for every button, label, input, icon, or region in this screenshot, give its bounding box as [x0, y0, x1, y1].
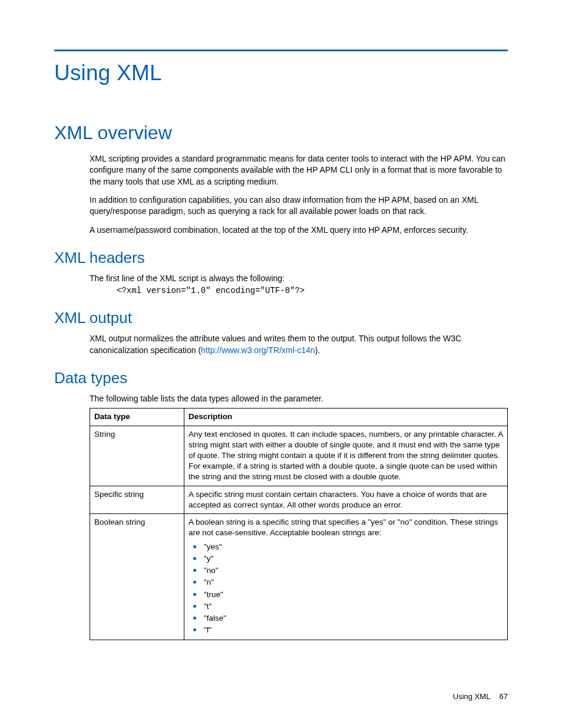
output-link[interactable]: http://www.w3.org/TR/xml-c14n — [201, 345, 315, 355]
cell-desc-p1: A boolean string is a specific string th… — [189, 517, 503, 538]
cell-type: Specific string — [90, 486, 184, 513]
overview-p3: A username/password combination, located… — [90, 225, 508, 236]
headers-code: <?xml version="1.0" encoding="UTF-8"?> — [117, 285, 508, 296]
footer-label: Using XML — [453, 692, 490, 701]
section-overview-heading: XML overview — [54, 122, 508, 144]
section-datatypes-heading: Data types — [54, 369, 508, 387]
section-output-heading: XML output — [54, 309, 508, 327]
list-item: "true" — [189, 589, 503, 601]
col-header-description: Description — [184, 409, 508, 426]
overview-p1: XML scripting provides a standard progra… — [90, 153, 508, 187]
list-item: "yes" — [189, 541, 503, 553]
overview-p2: In addition to configuration capabilitie… — [90, 195, 508, 218]
boolean-bullet-list: "yes" "y" "no" "n" "true" "t" "false" "f… — [189, 541, 503, 637]
list-item: "false" — [189, 612, 503, 624]
table-row: String Any text enclosed in quotes. It c… — [90, 426, 508, 486]
cell-type: Boolean string — [90, 514, 184, 640]
section-headers-heading: XML headers — [54, 249, 508, 267]
cell-type: String — [90, 426, 184, 486]
cell-desc: Any text enclosed in quotes. It can incl… — [184, 426, 508, 486]
cell-desc: A boolean string is a specific string th… — [184, 514, 508, 640]
list-item: "f" — [189, 624, 503, 636]
list-item: "y" — [189, 553, 503, 565]
cell-desc: A specific string must contain certain c… — [184, 486, 508, 513]
chapter-title: Using XML — [54, 61, 508, 85]
list-item: "t" — [189, 601, 503, 612]
datatypes-table: Data type Description String Any text en… — [90, 408, 508, 640]
cell-desc-p1: Any text enclosed in quotes. It can incl… — [189, 429, 503, 462]
table-row: Specific string A specific string must c… — [90, 486, 508, 513]
table-row: Boolean string A boolean string is a spe… — [90, 514, 508, 640]
datatypes-intro: The following table lists the data types… — [90, 393, 508, 404]
col-header-datatype: Data type — [90, 409, 184, 426]
headers-intro: The first line of the XML script is alwa… — [90, 273, 508, 284]
table-header-row: Data type Description — [90, 409, 508, 426]
cell-desc-p2: For example, if a string is started with… — [189, 461, 503, 482]
footer-page-number: 67 — [500, 692, 508, 701]
list-item: "no" — [189, 565, 503, 577]
output-paragraph: XML output normalizes the attribute valu… — [90, 333, 508, 356]
page-footer: Using XML 67 — [453, 692, 508, 701]
list-item: "n" — [189, 577, 503, 588]
output-text-after: ). — [315, 345, 320, 355]
top-rule — [54, 50, 508, 51]
